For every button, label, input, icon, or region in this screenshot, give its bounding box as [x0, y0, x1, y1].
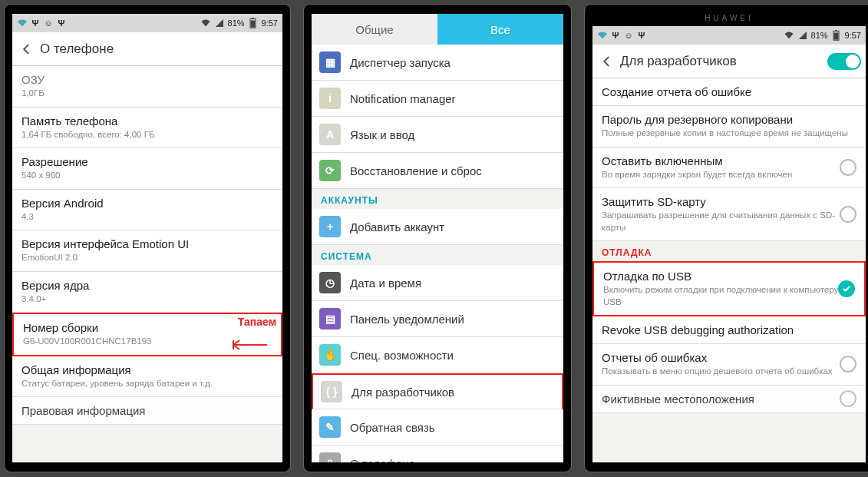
checkbox-usb-debug[interactable] — [838, 280, 855, 297]
item-label: Номер сборки — [23, 321, 272, 334]
usb-icon-2: Ψ — [636, 30, 647, 41]
item-ram[interactable]: ОЗУ 1,0ГБ — [12, 66, 282, 108]
battery-pct: 81% — [811, 31, 828, 40]
checkmark-icon — [842, 284, 851, 293]
cell-signal-icon — [797, 30, 808, 41]
checkbox-stay-awake[interactable] — [840, 159, 856, 176]
item-protect-sd[interactable]: Защитить SD-карту Запрашивать разрешение… — [592, 188, 866, 241]
row-developers[interactable]: { } Для разработчиков — [312, 373, 563, 409]
row-dispatch[interactable]: ▦ Диспетчер запуска — [312, 45, 563, 81]
row-label: Панель уведомлений — [350, 313, 464, 326]
item-sub: Полные резервные копии в настоящее время… — [602, 128, 856, 140]
arrow-icon — [223, 336, 269, 354]
item-storage[interactable]: Память телефона 1,64 ГБ свободно, всего:… — [12, 108, 282, 149]
clock: 9:57 — [845, 31, 861, 40]
item-sub: Включить режим отладки при подключении к… — [603, 284, 855, 308]
item-general-info[interactable]: Общая информация Статус батареи, уровень… — [12, 356, 282, 398]
item-legal[interactable]: Правовая информация — [12, 397, 282, 425]
row-label: Язык и ввод — [350, 128, 414, 141]
item-label: Версия Android — [21, 197, 273, 210]
item-emotion-ui[interactable]: Версия интерфейса Emotion UI EmotionUI 2… — [12, 230, 282, 272]
row-add-account[interactable]: + Добавить аккаунт — [312, 209, 563, 245]
item-resolution[interactable]: Разрешение 540 x 960 — [12, 148, 282, 190]
item-sub: Показывать в меню опцию дешевого отчета … — [602, 366, 856, 378]
item-revoke-usb[interactable]: Revoke USB debugging authorization — [592, 316, 866, 344]
row-language[interactable]: A Язык и ввод — [312, 117, 563, 153]
item-sub: 540 x 960 — [21, 170, 273, 182]
checkbox-protect-sd[interactable] — [840, 206, 856, 223]
svg-rect-2 — [251, 21, 256, 28]
statusbar: Ψ ☺ Ψ 81% 9:57 — [592, 26, 866, 45]
braces-icon: { } — [321, 381, 342, 402]
row-label: Для разработчиков — [351, 386, 454, 399]
row-label: Обратная связь — [350, 421, 435, 434]
item-sub: Запрашивать разрешение для считывания да… — [602, 210, 856, 234]
header-dev: Для разработчиков — [592, 45, 866, 78]
back-button[interactable] — [17, 39, 37, 59]
item-label: Защитить SD-карту — [602, 195, 856, 208]
item-label: Разрешение — [21, 155, 273, 168]
checkbox-mock-locations[interactable] — [840, 390, 856, 407]
back-button[interactable] — [597, 51, 617, 71]
hand-icon: ✋ — [319, 344, 341, 366]
info-icon: i — [319, 88, 341, 109]
brand-logo: HUAWEI — [592, 14, 866, 26]
tab-general[interactable]: Общие — [312, 14, 437, 45]
battery-pct: 81% — [228, 18, 245, 28]
battery-icon — [831, 30, 842, 41]
item-label: Версия интерфейса Emotion UI — [21, 237, 273, 250]
item-label: Оставить включенным — [602, 154, 856, 167]
item-label: ОЗУ — [21, 73, 273, 86]
row-feedback[interactable]: ✎ Обратная связь — [312, 409, 563, 446]
usb-icon: Ψ — [30, 18, 41, 28]
section-system: СИСТЕМА — [312, 245, 563, 265]
row-accessibility[interactable]: ✋ Спец. возможности — [312, 337, 563, 373]
row-restore[interactable]: ⟳ Восстановление и сброс — [312, 153, 563, 189]
phone-icon: ▯ — [319, 452, 341, 462]
row-about[interactable]: ▯ О телефоне — [312, 446, 563, 462]
item-sub: 4.3 — [21, 211, 273, 224]
item-sub: 1,64 ГБ свободно, всего: 4,00 ГБ — [21, 129, 273, 141]
android-icon: ☺ — [623, 30, 634, 41]
item-backup-password[interactable]: Пароль для резервного копировани Полные … — [592, 106, 866, 147]
row-label: Добавить аккаунт — [350, 220, 444, 234]
svg-rect-4 — [835, 30, 837, 31]
keyboard-icon: A — [319, 124, 341, 145]
item-build-number[interactable]: Тапаем Номер сборки G6-U00V100R001CHNC17… — [12, 313, 282, 356]
chevron-left-icon — [600, 55, 614, 68]
dev-toggle[interactable] — [827, 53, 861, 70]
dispatch-icon: ▦ — [319, 51, 341, 73]
item-sub: EmotionUI 2.0 — [21, 252, 273, 264]
annotation-tap: Тапаем — [238, 316, 276, 328]
item-sub: Во время зарядки экран будет всегда вклю… — [602, 169, 856, 181]
item-usb-debug[interactable]: Отладка по USB Включить режим отладки пр… — [592, 261, 866, 316]
item-label: Фиктивные местоположения — [602, 393, 856, 406]
wifi-signal-icon — [200, 18, 211, 28]
row-notifications[interactable]: i Notification manager — [312, 81, 563, 117]
svg-rect-5 — [834, 33, 839, 40]
tab-all[interactable]: Все — [437, 14, 563, 45]
phone-dev-options: HUAWEI Ψ ☺ Ψ 81% 9:57 Для разработчиков … — [585, 5, 868, 472]
item-label: Версия ядра — [21, 279, 273, 292]
page-title: О телефоне — [40, 41, 114, 57]
item-label: Отчеты об ошибках — [602, 351, 856, 364]
panel-icon: ▤ — [319, 308, 341, 330]
cell-signal-icon — [214, 18, 225, 28]
battery-icon — [248, 18, 259, 28]
item-stay-awake[interactable]: Оставить включенным Во время зарядки экр… — [592, 147, 866, 189]
item-mock-locations[interactable]: Фиктивные местоположения — [592, 386, 866, 413]
feedback-icon: ✎ — [319, 416, 341, 438]
statusbar: Ψ ☺ Ψ 81% 9:57 — [12, 14, 282, 32]
item-kernel[interactable]: Версия ядра 3.4.0+ — [12, 272, 282, 313]
item-sub: Статус батареи, уровень заряда батареи и… — [21, 378, 273, 390]
clock-icon: ◷ — [319, 272, 341, 293]
item-error-reports[interactable]: Отчеты об ошибках Показывать в меню опци… — [592, 344, 866, 386]
restore-icon: ⟳ — [319, 160, 341, 181]
usb-icon-2: Ψ — [56, 18, 67, 28]
checkbox-error-reports[interactable] — [840, 356, 856, 373]
item-android-version[interactable]: Версия Android 4.3 — [12, 190, 282, 231]
item-bugreport[interactable]: Создание отчета об ошибке — [592, 78, 866, 106]
row-datetime[interactable]: ◷ Дата и время — [312, 265, 563, 301]
row-notification-panel[interactable]: ▤ Панель уведомлений — [312, 301, 563, 337]
clock: 9:57 — [262, 18, 278, 28]
